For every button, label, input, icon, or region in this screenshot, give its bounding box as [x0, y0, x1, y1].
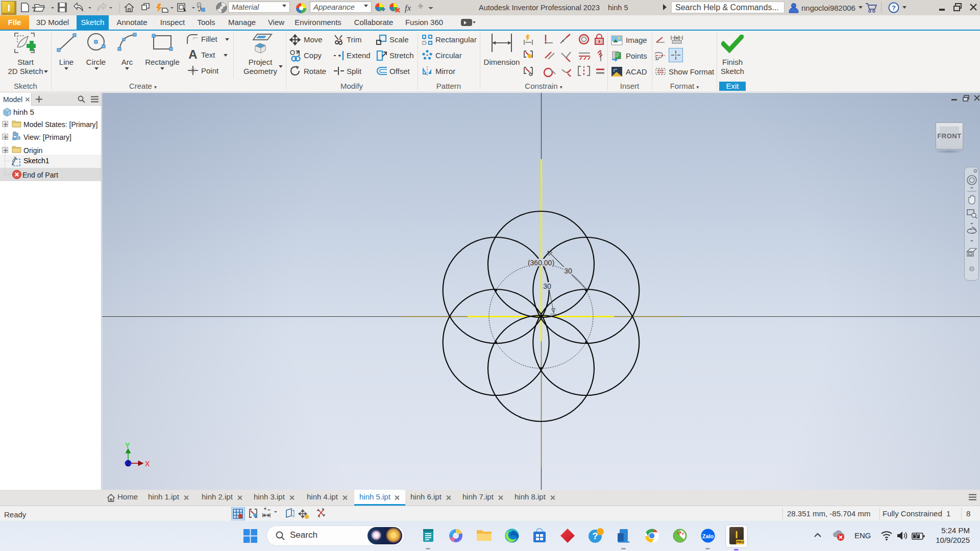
svg-text:30: 30	[564, 267, 572, 275]
svg-text:Y: Y	[125, 441, 130, 449]
svg-text:(360.00): (360.00)	[528, 259, 554, 267]
svg-text:[x]: [x]	[674, 35, 680, 40]
svg-text:Z: Z	[126, 460, 130, 467]
svg-text:30: 30	[543, 282, 551, 290]
svg-text:X: X	[145, 460, 150, 468]
svg-text:fx: fx	[405, 3, 411, 13]
svg-text:Zalo: Zalo	[702, 533, 714, 539]
svg-text:?: ?	[892, 4, 896, 12]
